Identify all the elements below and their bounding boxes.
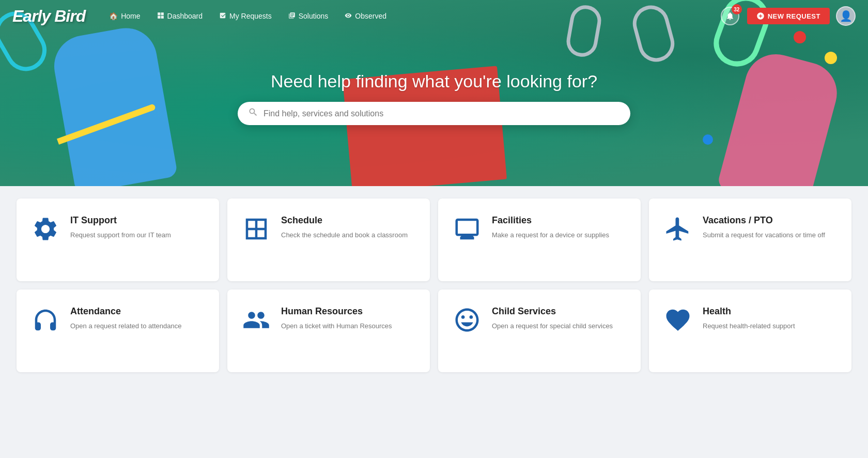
svg-rect-0 [158, 12, 160, 15]
svg-rect-1 [161, 12, 163, 15]
card-it-support-body: IT Support Request support from our IT t… [70, 215, 205, 240]
nav-my-requests-label: My Requests [229, 12, 272, 20]
card-it-support-desc: Request support from our IT team [70, 230, 205, 240]
cards-grid: IT Support Request support from our IT t… [0, 186, 868, 385]
card-vacations-desc: Submit a request for vacations or time o… [703, 230, 837, 240]
card-schedule-desc: Check the schedule and book a classroom [281, 230, 415, 240]
nav-dashboard-label: Dashboard [167, 12, 203, 20]
svg-rect-3 [161, 16, 163, 18]
notification-badge: 32 [732, 4, 742, 14]
pin-yellow2-deco [825, 52, 837, 64]
card-schedule-body: Schedule Check the schedule and book a c… [281, 215, 415, 240]
card-health-body: Health Request health-related support [703, 306, 837, 331]
new-request-button[interactable]: NEW REQUEST [747, 8, 830, 24]
nav-observed[interactable]: Observed [337, 9, 394, 24]
card-hr-title: Human Resources [281, 306, 415, 317]
hero-title: Need help finding what you're looking fo… [238, 71, 630, 91]
card-attendance-title: Attendance [70, 306, 205, 317]
card-facilities[interactable]: Facilities Make a request for a device o… [438, 199, 641, 281]
notification-button[interactable]: 32 [719, 5, 741, 27]
card-human-resources[interactable]: Human Resources Open a ticket with Human… [227, 289, 430, 372]
heart-icon [663, 306, 692, 334]
card-vacations-body: Vacations / PTO Submit a request for vac… [703, 215, 837, 240]
headphones-icon [31, 306, 60, 334]
plane-icon [663, 215, 692, 243]
nav-solutions-label: Solutions [299, 12, 329, 20]
search-input[interactable] [264, 109, 620, 118]
home-icon: 🏠 [109, 12, 118, 20]
card-it-support-title: IT Support [70, 215, 205, 226]
navbar: Early Bird 🏠 Home Dashboard My Requests [0, 0, 868, 32]
brand-logo[interactable]: Early Bird [12, 7, 85, 26]
nav-my-requests[interactable]: My Requests [212, 9, 279, 24]
nav-observed-label: Observed [355, 12, 386, 20]
search-bar [238, 102, 630, 125]
navbar-right: 32 NEW REQUEST 👤 [719, 5, 856, 27]
card-facilities-desc: Make a request for a device or supplies [492, 230, 626, 240]
observed-icon [345, 12, 352, 21]
nav-menu: 🏠 Home Dashboard My Requests Solutions [102, 9, 719, 24]
solutions-icon [288, 12, 296, 21]
smiley-icon [453, 306, 482, 334]
pin-red-deco [794, 31, 806, 43]
card-health[interactable]: Health Request health-related support [649, 289, 851, 372]
card-it-support[interactable]: IT Support Request support from our IT t… [17, 199, 219, 281]
card-health-desc: Request health-related support [703, 321, 837, 331]
people-icon [242, 306, 271, 334]
grid-icon [242, 215, 271, 243]
pin-blue-deco [703, 134, 713, 145]
card-hr-desc: Open a ticket with Human Resources [281, 321, 415, 331]
search-icon [248, 107, 258, 120]
card-vacations[interactable]: Vacations / PTO Submit a request for vac… [649, 199, 851, 281]
card-facilities-body: Facilities Make a request for a device o… [492, 215, 626, 240]
nav-home[interactable]: 🏠 Home [102, 9, 147, 23]
card-child-services-body: Child Services Open a request for specia… [492, 306, 626, 331]
card-child-services-title: Child Services [492, 306, 626, 317]
card-child-services[interactable]: Child Services Open a request for specia… [438, 289, 641, 372]
card-attendance-desc: Open a request related to attendance [70, 321, 205, 331]
card-attendance-body: Attendance Open a request related to att… [70, 306, 205, 331]
card-health-title: Health [703, 306, 837, 317]
card-schedule-title: Schedule [281, 215, 415, 226]
user-avatar[interactable]: 👤 [836, 6, 856, 26]
hero-content: Need help finding what you're looking fo… [238, 61, 630, 125]
nav-dashboard[interactable]: Dashboard [150, 9, 210, 24]
dashboard-icon [157, 12, 164, 21]
nav-home-label: Home [121, 12, 140, 20]
card-child-services-desc: Open a request for special child service… [492, 321, 626, 331]
svg-rect-2 [158, 16, 160, 18]
new-request-label: NEW REQUEST [768, 12, 820, 20]
card-vacations-title: Vacations / PTO [703, 215, 837, 226]
monitor-icon [453, 215, 482, 243]
card-hr-body: Human Resources Open a ticket with Human… [281, 306, 415, 331]
gear-icon [31, 215, 60, 243]
card-schedule[interactable]: Schedule Check the schedule and book a c… [227, 199, 430, 281]
card-facilities-title: Facilities [492, 215, 626, 226]
requests-icon [219, 12, 226, 21]
nav-solutions[interactable]: Solutions [281, 9, 336, 24]
card-attendance[interactable]: Attendance Open a request related to att… [17, 289, 219, 372]
